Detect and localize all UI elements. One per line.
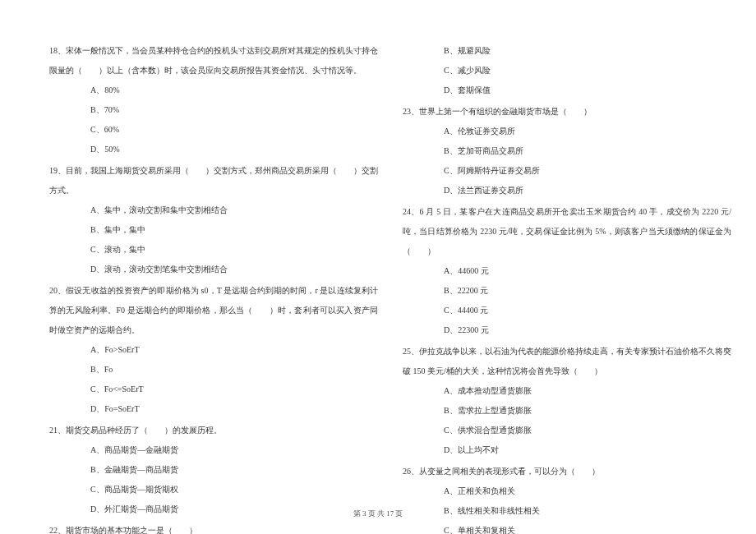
question-text: 21、期货交易品种经历了（ ）的发展历程。 (49, 421, 378, 440)
option-c: C、60% (49, 120, 378, 140)
right-column: B、规避风险 C、减少风险 D、套期保值 23、世界上第一个有组织的金融期货市场… (403, 41, 731, 534)
question-22: 22、期货市场的基本功能之一是（ ） A、消灭风险 (49, 521, 378, 534)
option-a: A、商品期货—金融期货 (49, 440, 378, 460)
option-a: A、正相关和负相关 (403, 481, 731, 501)
option-b: B、集中，集中 (49, 220, 378, 240)
question-text: 23、世界上第一个有组织的金融期货市场是（ ） (403, 102, 731, 122)
option-b: B、Fo (49, 360, 378, 380)
question-23: 23、世界上第一个有组织的金融期货市场是（ ） A、伦敦证券交易所 B、芝加哥商… (403, 102, 731, 200)
option-a: A、伦敦证券交易所 (403, 122, 731, 141)
question-26: 26、从变量之间相关的表现形式看，可以分为（ ） A、正相关和负相关 B、线性相… (403, 462, 731, 534)
option-d: D、以上均不对 (403, 440, 731, 460)
option-d: D、Fo=SoErT (49, 399, 378, 419)
question-text: 20、假设无收益的投资资产的即期价格为 s0，T 是远期合约到期的时间，r 是以… (49, 281, 378, 340)
page-footer: 第 3 页 共 17 页 (0, 509, 756, 519)
option-d: D、套期保值 (403, 81, 731, 100)
option-c: C、滚动，集中 (49, 240, 378, 260)
option-c: C、减少风险 (403, 61, 731, 81)
option-c: C、阿姆斯特丹证券交易所 (403, 161, 731, 181)
question-text: 25、伊拉克战争以来，以石油为代表的能源价格持续走高，有关专家预计石油价格不久将… (403, 342, 731, 381)
option-c: C、供求混合型通货膨胀 (403, 421, 731, 440)
question-text: 19、目前，我国上海期货交易所采用（ ）交割方式，郑州商品交易所采用（ ）交割方… (49, 161, 378, 200)
question-20: 20、假设无收益的投资资产的即期价格为 s0，T 是远期合约到期的时间，r 是以… (49, 281, 378, 419)
question-text: 24、6 月 5 日，某客户在大连商品交易所开仓卖出玉米期货合约 40 手，成交… (403, 202, 731, 261)
option-d: D、50% (49, 140, 378, 159)
option-d: D、法兰西证券交易所 (403, 181, 731, 200)
question-25: 25、伊拉克战争以来，以石油为代表的能源价格持续走高，有关专家预计石油价格不久将… (403, 342, 731, 460)
option-b: B、规避风险 (403, 41, 731, 61)
question-text: 22、期货市场的基本功能之一是（ ） (49, 521, 378, 534)
question-18: 18、宋体一般情况下，当会员某种持仓合约的投机头寸达到交易所对其规定的投机头寸持… (49, 41, 378, 159)
option-d: D、22300 元 (403, 320, 731, 340)
option-c: C、单相关和复相关 (403, 521, 731, 534)
option-a: A、80% (49, 81, 378, 100)
document-page: 18、宋体一般情况下，当会员某种持仓合约的投机头寸达到交易所对其规定的投机头寸持… (0, 0, 756, 534)
question-22-cont: B、规避风险 C、减少风险 D、套期保值 (403, 41, 731, 100)
option-a: A、44600 元 (403, 261, 731, 281)
option-a: A、集中，滚动交割和集中交割相结合 (49, 200, 378, 220)
question-24: 24、6 月 5 日，某客户在大连商品交易所开仓卖出玉米期货合约 40 手，成交… (403, 202, 731, 340)
question-21: 21、期货交易品种经历了（ ）的发展历程。 A、商品期货—金融期货 B、金融期货… (49, 421, 378, 519)
option-b: B、金融期货—商品期货 (49, 460, 378, 480)
option-d: D、滚动，滚动交割笔集中交割相结合 (49, 260, 378, 279)
option-c: C、商品期货—期货期权 (49, 480, 378, 499)
question-19: 19、目前，我国上海期货交易所采用（ ）交割方式，郑州商品交易所采用（ ）交割方… (49, 161, 378, 279)
question-text: 26、从变量之间相关的表现形式看，可以分为（ ） (403, 462, 731, 481)
option-a: A、Fo>SoErT (49, 340, 378, 360)
option-c: C、44400 元 (403, 301, 731, 320)
option-b: B、22200 元 (403, 281, 731, 301)
option-b: B、需求拉上型通货膨胀 (403, 401, 731, 421)
option-a: A、成本推动型通货膨胀 (403, 381, 731, 401)
left-column: 18、宋体一般情况下，当会员某种持仓合约的投机头寸达到交易所对其规定的投机头寸持… (49, 41, 378, 534)
option-c: C、Fo<=SoErT (49, 380, 378, 399)
question-text: 18、宋体一般情况下，当会员某种持仓合约的投机头寸达到交易所对其规定的投机头寸持… (49, 41, 378, 81)
option-b: B、70% (49, 100, 378, 120)
option-b: B、芝加哥商品交易所 (403, 141, 731, 161)
